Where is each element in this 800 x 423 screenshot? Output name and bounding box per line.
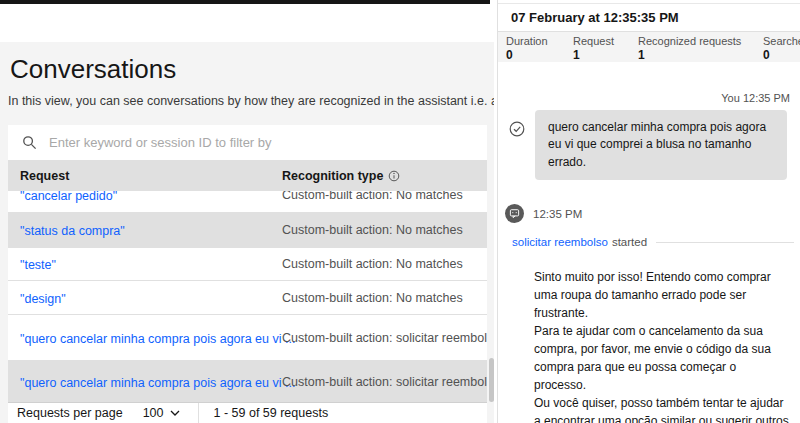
request-link[interactable]: "design": [20, 292, 66, 306]
info-icon[interactable]: [388, 170, 400, 182]
user-message-row: quero cancelar minha compra pois agora e…: [509, 110, 790, 180]
table-row[interactable]: "teste" Custom-built action: No matches: [8, 248, 487, 281]
user-message-bubble[interactable]: quero cancelar minha compra pois agora e…: [535, 110, 787, 180]
user-message-meta: You 12:35 PM: [498, 92, 800, 104]
action-started-row: solicitar reembolso started: [512, 236, 794, 248]
column-header-request[interactable]: Request: [8, 169, 282, 183]
chevron-down-icon: [170, 410, 180, 416]
assistant-message-text: Sinto muito por isso! Entendo como compr…: [534, 268, 790, 423]
page-description: In this view, you can see conversations …: [8, 94, 494, 108]
table-row-selected[interactable]: "quero cancelar minha compra pois agora …: [8, 361, 487, 402]
recognition-cell: Custom-built action: No matches: [282, 223, 463, 237]
pagination-range: 1 - 59 of 59 requests: [214, 406, 329, 420]
table-header: Request Recognition type: [8, 161, 487, 191]
recognition-cell: Custom-built action: solicitar reembolso: [282, 375, 487, 389]
table-row[interactable]: "status da compra" Custom-built action: …: [8, 213, 487, 248]
stat-recognized-requests: Recognized requests 1: [638, 35, 741, 62]
conversation-detail-drawer: 07 February at 12:35:35 PM Duration 0 Re…: [497, 0, 800, 423]
pagination-divider: [198, 403, 199, 423]
request-link[interactable]: "teste": [20, 258, 56, 272]
column-header-recognition-type[interactable]: Recognition type: [282, 169, 487, 183]
assistant-avatar-icon: [505, 204, 524, 223]
assistant-timestamp: 12:35 PM: [533, 208, 582, 220]
request-link[interactable]: "status da compra": [20, 224, 125, 238]
search-input[interactable]: [49, 135, 449, 150]
top-banner-bar: [0, 0, 490, 4]
request-link[interactable]: "cancelar pedido": [20, 191, 117, 203]
search-icon: [22, 135, 37, 150]
recognition-cell: Custom-built action: solicitar reembolso: [282, 331, 487, 345]
assistant-turn-header: 12:35 PM: [505, 204, 800, 223]
action-suffix: started: [612, 236, 647, 248]
filter-bar: [8, 125, 487, 161]
assistant-paragraph: Para te ajudar com o cancelamento da sua…: [534, 322, 790, 394]
page-title: Conversations: [10, 54, 176, 85]
conversation-transcript: You 12:35 PM quero cancelar minha compra…: [498, 92, 800, 423]
stat-duration: Duration 0: [506, 35, 548, 62]
assistant-paragraph: Sinto muito por isso! Entendo como compr…: [534, 268, 790, 322]
recognition-cell: Custom-built action: No matches: [282, 257, 463, 271]
request-link[interactable]: "quero cancelar minha compra pois agora …: [20, 332, 295, 346]
per-page-select[interactable]: 100: [143, 406, 180, 420]
stat-searches: Searches 0: [763, 35, 800, 62]
stat-request: Request 1: [573, 35, 614, 62]
recognition-cell: Custom-built action: No matches: [282, 191, 463, 202]
check-circle-icon: [509, 121, 525, 137]
request-link[interactable]: "quero cancelar minha compra pois agora …: [20, 376, 295, 390]
per-page-value: 100: [143, 406, 164, 420]
recognition-cell: Custom-built action: No matches: [282, 291, 463, 305]
page-scrollbar[interactable]: [489, 358, 494, 402]
table-row[interactable]: "quero cancelar minha compra pois agora …: [8, 315, 487, 361]
conversations-page: Conversations In this view, you can see …: [0, 42, 494, 423]
action-divider-line: [656, 242, 794, 243]
assistant-paragraph: Ou você quiser, posso também tentar te a…: [534, 394, 790, 423]
pagination-bar: Requests per page 100 1 - 59 of 59 reque…: [8, 402, 487, 423]
action-link[interactable]: solicitar reembolso: [512, 236, 608, 248]
drawer-title: 07 February at 12:35:35 PM: [498, 3, 800, 32]
conversation-stats: Duration 0 Request 1 Recognized requests…: [498, 32, 800, 62]
conversations-table: Request Recognition type "cancelar pedid…: [8, 125, 487, 423]
table-row[interactable]: "cancelar pedido" Custom-built action: N…: [8, 191, 487, 213]
per-page-label: Requests per page: [17, 406, 123, 420]
table-row[interactable]: "design" Custom-built action: No matches: [8, 281, 487, 315]
